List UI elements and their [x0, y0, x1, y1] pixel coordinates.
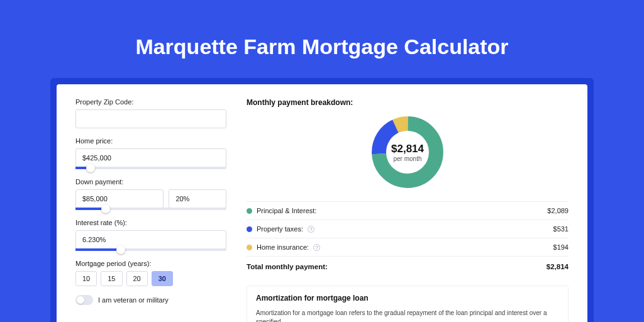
- donut-chart-wrap: $2,814 per month: [247, 114, 569, 190]
- interest-rate-label: Interest rate (%):: [75, 219, 226, 226]
- calculator-card: Property Zip Code: Home price: Down paym…: [57, 84, 587, 322]
- donut-sub: per month: [393, 155, 421, 162]
- legend-dot-yellow: [247, 245, 252, 250]
- total-label: Total monthly payment:: [247, 263, 328, 270]
- period-option-10[interactable]: 10: [75, 271, 97, 286]
- legend-dot-green: [247, 208, 252, 214]
- line-item-label: Property taxes:: [257, 225, 303, 233]
- veteran-toggle[interactable]: [75, 295, 93, 305]
- interest-rate-slider[interactable]: [75, 248, 226, 251]
- amortization-text: Amortization for a mortgage loan refers …: [256, 309, 559, 322]
- breakdown-panel: Monthly payment breakdown: $2,814 per mo…: [247, 98, 569, 322]
- slider-thumb[interactable]: [101, 204, 110, 213]
- donut-center: $2,814 per month: [370, 114, 445, 190]
- info-icon[interactable]: ?: [313, 244, 320, 251]
- total-row: Total monthly payment: $2,814: [247, 256, 569, 277]
- interest-rate-input[interactable]: [75, 230, 226, 249]
- period-group: 10 15 20 30: [75, 271, 226, 286]
- line-item-value: $531: [553, 225, 569, 233]
- zip-label: Property Zip Code:: [75, 98, 226, 106]
- total-value: $2,814: [547, 263, 569, 270]
- info-icon[interactable]: ?: [308, 226, 314, 233]
- page-title: Marquette Farm Mortgage Calculator: [0, 35, 644, 59]
- breakdown-title: Monthly payment breakdown:: [247, 98, 569, 107]
- period-option-20[interactable]: 20: [126, 271, 148, 286]
- interest-rate-field: Interest rate (%):: [75, 219, 226, 251]
- period-field: Mortgage period (years): 10 15 20 30: [75, 260, 226, 286]
- home-price-field: Home price:: [75, 137, 226, 169]
- slider-thumb[interactable]: [86, 164, 95, 172]
- line-item-principal: Principal & Interest: $2,089: [247, 201, 569, 219]
- line-item-label: Principal & Interest:: [257, 207, 316, 214]
- donut-amount: $2,814: [391, 143, 424, 155]
- veteran-row: I am veteran or military: [75, 295, 226, 305]
- period-label: Mortgage period (years):: [75, 260, 226, 267]
- line-item-value: $2,089: [547, 207, 569, 214]
- amortization-card: Amortization for mortgage loan Amortizat…: [247, 286, 569, 322]
- down-payment-field: Down payment:: [75, 178, 226, 210]
- slider-thumb[interactable]: [116, 245, 125, 254]
- slider-fill: [75, 248, 121, 251]
- home-price-input[interactable]: [75, 148, 226, 167]
- home-price-slider[interactable]: [75, 167, 226, 169]
- form-panel: Property Zip Code: Home price: Down paym…: [75, 98, 226, 322]
- donut-chart: $2,814 per month: [370, 114, 445, 190]
- hero: Marquette Farm Mortgage Calculator: [0, 0, 644, 78]
- card-frame: Property Zip Code: Home price: Down paym…: [50, 78, 594, 322]
- line-item-label: Home insurance:: [257, 243, 309, 251]
- line-item-value: $194: [553, 243, 569, 251]
- line-item-taxes: Property taxes: ? $531: [247, 219, 569, 238]
- line-item-insurance: Home insurance: ? $194: [247, 238, 569, 256]
- down-payment-slider[interactable]: [75, 208, 226, 210]
- period-option-15[interactable]: 15: [101, 271, 122, 286]
- legend-dot-blue: [247, 226, 252, 232]
- zip-input[interactable]: [75, 109, 226, 128]
- veteran-label: I am veteran or military: [98, 296, 169, 304]
- amortization-title: Amortization for mortgage loan: [256, 294, 559, 303]
- home-price-label: Home price:: [75, 137, 226, 145]
- down-payment-percent-input[interactable]: [169, 189, 226, 208]
- down-payment-input[interactable]: [75, 189, 164, 208]
- down-payment-label: Down payment:: [75, 178, 226, 186]
- period-option-30[interactable]: 30: [152, 271, 173, 286]
- zip-field: Property Zip Code:: [75, 98, 226, 128]
